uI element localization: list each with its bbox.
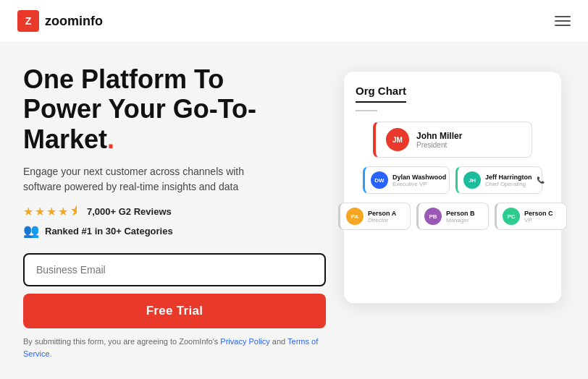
reviews-row: ★ ★ ★ ★ ⯨ 7,000+ G2 Reviews (23, 205, 326, 218)
signup-form: Free Trial (23, 253, 326, 328)
org-role-coo: Chief Operating (485, 181, 532, 187)
star-4: ★ (58, 205, 68, 218)
org-tree: JM John Miller President DW Dylan Was (356, 122, 550, 230)
main-content: One Platform To Power Your Go-To- Market… (0, 43, 588, 379)
org-name-vp: Dylan Washwood (392, 174, 446, 181)
logo-icon: Z (17, 10, 39, 32)
org-name-coo: Jeff Harrington (485, 174, 532, 181)
star-2: ★ (35, 205, 45, 218)
org-role-bottom-1: Director (368, 217, 404, 223)
email-input-wrapper[interactable] (23, 253, 326, 286)
org-name-bottom-3: Person C (524, 210, 560, 217)
org-avatar-president: JM (386, 128, 409, 151)
disclaimer: By submitting this form, you are agreein… (23, 336, 326, 359)
org-name-bottom-2: Person B (446, 210, 482, 217)
hero-subtitle: Engage your next customer across channel… (23, 164, 269, 195)
org-bottom-2-info: Person B Manager (446, 210, 482, 223)
hamburger-menu[interactable] (555, 16, 571, 26)
star-half: ⯨ (70, 205, 81, 218)
headline-dot: . (107, 124, 114, 154)
org-node-vp: DW Dylan Washwood Executive VP (363, 166, 450, 194)
org-node-bottom-2: PB Person B Manager (416, 203, 489, 230)
org-name-president: John Miller (416, 131, 462, 141)
star-3: ★ (46, 205, 56, 218)
org-node-bottom-1: PA Person A Director (338, 203, 411, 230)
org-coo-info: Jeff Harrington Chief Operating (485, 174, 532, 187)
logo-text: zoominfo (45, 14, 103, 29)
reviews-text: 7,000+ G2 Reviews (87, 206, 172, 217)
org-bottom-row: PA Person A Director PB Person B (338, 203, 567, 230)
org-node-president: JM John Miller President (373, 122, 532, 158)
ranked-text: Ranked #1 in 30+ Categories (45, 226, 173, 237)
header: Z zoominfo (0, 0, 588, 43)
org-name-bottom-1: Person A (368, 210, 404, 217)
org-vp-info: Dylan Washwood Executive VP (392, 174, 446, 187)
org-avatar-coo: JH (463, 171, 481, 189)
org-chart-title: Org Chart (356, 85, 406, 103)
org-node-president-info: John Miller President (416, 131, 462, 149)
privacy-policy-link[interactable]: Privacy Policy (220, 337, 269, 346)
star-1: ★ (23, 205, 33, 218)
org-bottom-1-info: Person A Director (368, 210, 404, 223)
headline: One Platform To Power Your Go-To- Market… (23, 64, 326, 154)
org-chart-card: Org Chart JM John Miller President (344, 72, 561, 303)
org-avatar-bottom-3: PC (503, 208, 520, 225)
phone-icon: 📞 (537, 176, 545, 184)
org-mid-row: DW Dylan Washwood Executive VP JH Jeff H… (363, 166, 542, 194)
hero-right: Org Chart JM John Miller President (340, 64, 565, 365)
star-rating: ★ ★ ★ ★ ⯨ (23, 205, 81, 218)
org-node-bottom-3: PC Person C VP (495, 203, 567, 230)
org-role-vp: Executive VP (392, 181, 446, 187)
free-trial-button[interactable]: Free Trial (23, 294, 326, 328)
org-bottom-3-info: Person C VP (524, 210, 560, 223)
hero-left: One Platform To Power Your Go-To- Market… (23, 64, 326, 365)
org-avatar-vp: DW (371, 171, 388, 189)
ranked-row: 👥 Ranked #1 in 30+ Categories (23, 223, 326, 239)
org-role-president: President (416, 141, 462, 149)
email-input[interactable] (36, 264, 313, 276)
logo-area: Z zoominfo (17, 10, 103, 32)
org-avatar-bottom-1: PA (346, 208, 364, 225)
org-role-bottom-2: Manager (446, 217, 482, 223)
org-chart-divider (356, 110, 377, 111)
org-avatar-bottom-2: PB (424, 208, 442, 225)
org-node-coo: JH Jeff Harrington Chief Operating 📞 (455, 166, 542, 194)
org-role-bottom-3: VP (524, 217, 560, 223)
ranked-icon: 👥 (23, 223, 39, 239)
